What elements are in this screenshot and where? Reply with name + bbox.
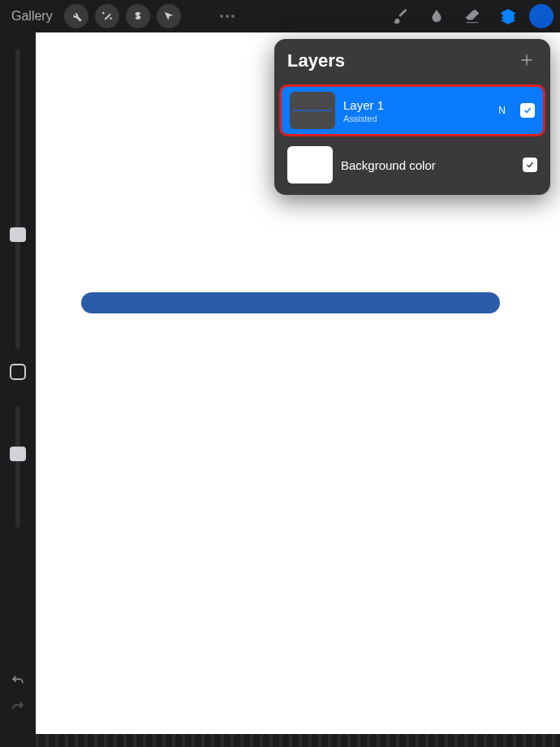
color-picker-button[interactable] — [529, 4, 554, 28]
modify-square-button[interactable] — [10, 364, 26, 380]
transform-button[interactable] — [157, 4, 181, 28]
wrench-icon — [70, 10, 83, 23]
layer-blend-mode-label[interactable]: N — [498, 105, 506, 116]
layer-row-selected[interactable]: Layer 1 Assisted N — [279, 84, 545, 136]
brush-tool-button[interactable] — [386, 2, 416, 31]
layer-visibility-checkbox[interactable] — [520, 103, 535, 118]
svg-rect-1 — [505, 13, 514, 22]
actions-button[interactable] — [64, 4, 88, 28]
eraser-tool-button[interactable] — [458, 2, 487, 31]
selection-button[interactable] — [126, 4, 150, 28]
layer-name-label: Background color — [341, 158, 515, 172]
layer-row-background[interactable]: Background color — [274, 138, 550, 195]
layers-panel-header: Layers — [274, 39, 550, 83]
layers-icon — [499, 7, 517, 25]
gallery-button[interactable]: Gallery — [6, 6, 58, 27]
brush-size-thumb[interactable] — [10, 227, 26, 242]
layers-panel: Layers Layer 1 Assisted N Background col… — [274, 39, 550, 195]
adjustments-button[interactable] — [95, 4, 119, 28]
modify-menu-button[interactable] — [220, 15, 235, 18]
add-layer-button[interactable] — [518, 51, 537, 71]
layer-subtitle-label: Assisted — [343, 114, 490, 123]
cursor-arrow-icon — [162, 10, 175, 23]
bottom-ruler — [36, 734, 560, 747]
eraser-icon — [463, 7, 481, 25]
brush-size-slider[interactable] — [15, 49, 20, 349]
left-sidebar — [0, 32, 36, 747]
smudge-icon — [428, 7, 446, 25]
layer-visibility-checkbox[interactable] — [523, 158, 537, 172]
layers-panel-title: Layers — [287, 50, 345, 71]
wand-icon — [101, 10, 114, 23]
layer-thumbnail — [287, 146, 333, 184]
undo-icon[interactable] — [10, 672, 26, 689]
check-icon — [525, 160, 535, 170]
selection-s-icon — [131, 10, 144, 23]
top-toolbar: Gallery — [0, 0, 560, 32]
smudge-tool-button[interactable] — [422, 2, 451, 31]
layer-name-label: Layer 1 — [343, 98, 490, 112]
drawn-stroke — [81, 292, 500, 313]
brush-icon — [392, 7, 410, 25]
opacity-thumb[interactable] — [10, 447, 26, 461]
plus-icon — [518, 51, 536, 69]
check-icon — [523, 106, 532, 115]
opacity-slider[interactable] — [15, 406, 20, 528]
layer-thumbnail — [290, 92, 335, 129]
redo-icon[interactable] — [10, 698, 26, 715]
layers-button[interactable] — [493, 2, 523, 31]
